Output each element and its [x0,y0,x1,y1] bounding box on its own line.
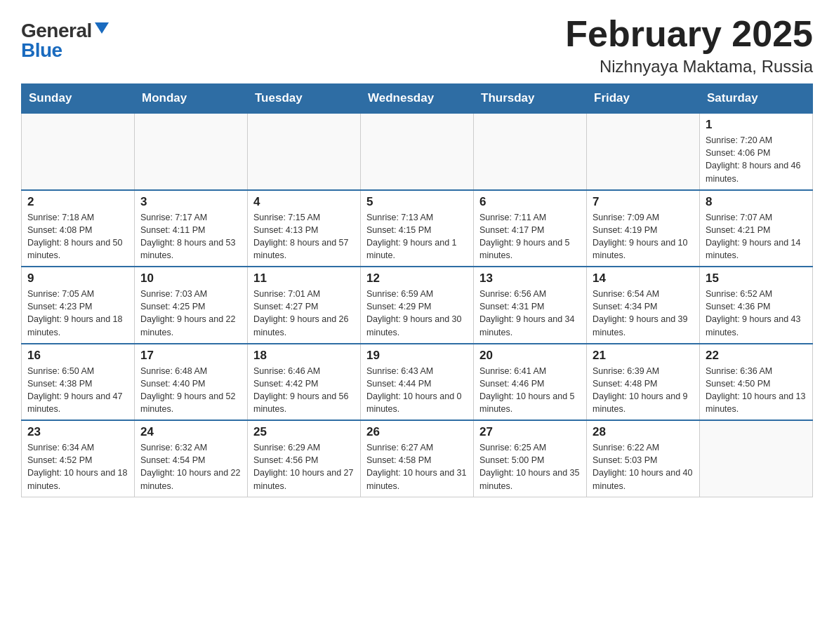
calendar-cell: 24Sunrise: 6:32 AM Sunset: 4:54 PM Dayli… [135,420,248,497]
day-number: 19 [366,349,468,363]
day-info: Sunrise: 7:09 AM Sunset: 4:19 PM Dayligh… [593,211,694,262]
day-number: 13 [479,271,581,286]
day-info: Sunrise: 7:20 AM Sunset: 4:06 PM Dayligh… [706,134,807,185]
calendar-week-row: 2Sunrise: 7:18 AM Sunset: 4:08 PM Daylig… [22,190,813,267]
day-number: 17 [140,349,241,363]
day-info: Sunrise: 6:50 AM Sunset: 4:38 PM Dayligh… [27,365,128,416]
calendar-cell [361,113,474,190]
day-number: 22 [706,349,807,363]
day-info: Sunrise: 7:05 AM Sunset: 4:23 PM Dayligh… [27,288,128,339]
calendar-cell: 21Sunrise: 6:39 AM Sunset: 4:48 PM Dayli… [587,344,700,421]
calendar-header-thursday: Thursday [474,84,587,114]
calendar-cell: 7Sunrise: 7:09 AM Sunset: 4:19 PM Daylig… [587,190,700,267]
calendar-header-friday: Friday [587,84,700,114]
calendar-cell [135,113,248,190]
calendar-header-wednesday: Wednesday [361,84,474,114]
day-number: 3 [140,195,241,209]
day-number: 7 [593,195,694,209]
day-info: Sunrise: 6:22 AM Sunset: 5:03 PM Dayligh… [593,441,694,492]
calendar-cell [474,113,587,190]
day-number: 15 [706,271,807,286]
day-info: Sunrise: 6:36 AM Sunset: 4:50 PM Dayligh… [706,365,807,416]
calendar-cell [700,420,813,497]
day-info: Sunrise: 7:15 AM Sunset: 4:13 PM Dayligh… [253,211,355,262]
day-info: Sunrise: 6:48 AM Sunset: 4:40 PM Dayligh… [140,365,241,416]
day-number: 20 [479,349,581,363]
day-info: Sunrise: 7:18 AM Sunset: 4:08 PM Dayligh… [27,211,128,262]
calendar-header-monday: Monday [135,84,248,114]
calendar-cell: 25Sunrise: 6:29 AM Sunset: 4:56 PM Dayli… [248,420,361,497]
calendar-header-tuesday: Tuesday [248,84,361,114]
day-number: 24 [140,425,241,439]
day-info: Sunrise: 6:25 AM Sunset: 5:00 PM Dayligh… [479,441,581,492]
day-info: Sunrise: 6:27 AM Sunset: 4:58 PM Dayligh… [366,441,468,492]
day-number: 6 [479,195,581,209]
calendar-header-sunday: Sunday [22,84,135,114]
calendar-week-row: 23Sunrise: 6:34 AM Sunset: 4:52 PM Dayli… [22,420,813,497]
calendar-cell: 18Sunrise: 6:46 AM Sunset: 4:42 PM Dayli… [248,344,361,421]
day-number: 14 [593,271,694,286]
day-info: Sunrise: 6:32 AM Sunset: 4:54 PM Dayligh… [140,441,241,492]
day-number: 8 [706,195,807,209]
day-info: Sunrise: 6:54 AM Sunset: 4:34 PM Dayligh… [593,288,694,339]
day-info: Sunrise: 6:41 AM Sunset: 4:46 PM Dayligh… [479,365,581,416]
day-info: Sunrise: 6:46 AM Sunset: 4:42 PM Dayligh… [253,365,355,416]
calendar-week-row: 1Sunrise: 7:20 AM Sunset: 4:06 PM Daylig… [22,113,813,190]
day-number: 5 [366,195,468,209]
day-number: 23 [27,425,128,439]
calendar-header-row: SundayMondayTuesdayWednesdayThursdayFrid… [22,84,813,114]
calendar-cell: 10Sunrise: 7:03 AM Sunset: 4:25 PM Dayli… [135,267,248,344]
calendar-cell: 20Sunrise: 6:41 AM Sunset: 4:46 PM Dayli… [474,344,587,421]
calendar-cell: 4Sunrise: 7:15 AM Sunset: 4:13 PM Daylig… [248,190,361,267]
day-number: 18 [253,349,355,363]
calendar-table: SundayMondayTuesdayWednesdayThursdayFrid… [21,83,813,497]
day-info: Sunrise: 7:17 AM Sunset: 4:11 PM Dayligh… [140,211,241,262]
calendar-header-saturday: Saturday [700,84,813,114]
calendar-cell: 14Sunrise: 6:54 AM Sunset: 4:34 PM Dayli… [587,267,700,344]
day-number: 12 [366,271,468,286]
calendar-cell [22,113,135,190]
day-info: Sunrise: 6:52 AM Sunset: 4:36 PM Dayligh… [706,288,807,339]
calendar-cell: 23Sunrise: 6:34 AM Sunset: 4:52 PM Dayli… [22,420,135,497]
calendar-cell: 15Sunrise: 6:52 AM Sunset: 4:36 PM Dayli… [700,267,813,344]
calendar-cell: 8Sunrise: 7:07 AM Sunset: 4:21 PM Daylig… [700,190,813,267]
calendar-cell [587,113,700,190]
calendar-cell: 13Sunrise: 6:56 AM Sunset: 4:31 PM Dayli… [474,267,587,344]
day-info: Sunrise: 7:07 AM Sunset: 4:21 PM Dayligh… [706,211,807,262]
day-number: 16 [27,349,128,363]
day-number: 26 [366,425,468,439]
calendar-cell: 17Sunrise: 6:48 AM Sunset: 4:40 PM Dayli… [135,344,248,421]
day-info: Sunrise: 6:56 AM Sunset: 4:31 PM Dayligh… [479,288,581,339]
day-number: 27 [479,425,581,439]
day-info: Sunrise: 6:43 AM Sunset: 4:44 PM Dayligh… [366,365,468,416]
calendar-cell: 19Sunrise: 6:43 AM Sunset: 4:44 PM Dayli… [361,344,474,421]
day-number: 2 [27,195,128,209]
calendar-cell: 16Sunrise: 6:50 AM Sunset: 4:38 PM Dayli… [22,344,135,421]
calendar-cell [248,113,361,190]
title-section: February 2025 Nizhnyaya Maktama, Russia [565,14,813,76]
calendar-cell: 27Sunrise: 6:25 AM Sunset: 5:00 PM Dayli… [474,420,587,497]
day-number: 25 [253,425,355,439]
day-info: Sunrise: 6:34 AM Sunset: 4:52 PM Dayligh… [27,441,128,492]
day-number: 10 [140,271,241,286]
logo: General Blue [21,21,109,60]
day-number: 9 [27,271,128,286]
day-info: Sunrise: 7:03 AM Sunset: 4:25 PM Dayligh… [140,288,241,339]
calendar-cell: 9Sunrise: 7:05 AM Sunset: 4:23 PM Daylig… [22,267,135,344]
logo-general-text: General [21,21,92,41]
calendar-cell: 2Sunrise: 7:18 AM Sunset: 4:08 PM Daylig… [22,190,135,267]
location-title: Nizhnyaya Maktama, Russia [565,57,813,76]
logo-blue-text: Blue [21,41,62,60]
day-info: Sunrise: 7:11 AM Sunset: 4:17 PM Dayligh… [479,211,581,262]
day-number: 21 [593,349,694,363]
day-info: Sunrise: 7:01 AM Sunset: 4:27 PM Dayligh… [253,288,355,339]
day-number: 1 [706,118,807,132]
calendar-cell: 11Sunrise: 7:01 AM Sunset: 4:27 PM Dayli… [248,267,361,344]
day-info: Sunrise: 6:29 AM Sunset: 4:56 PM Dayligh… [253,441,355,492]
calendar-cell: 6Sunrise: 7:11 AM Sunset: 4:17 PM Daylig… [474,190,587,267]
day-number: 4 [253,195,355,209]
calendar-cell: 5Sunrise: 7:13 AM Sunset: 4:15 PM Daylig… [361,190,474,267]
calendar-cell: 28Sunrise: 6:22 AM Sunset: 5:03 PM Dayli… [587,420,700,497]
calendar-cell: 3Sunrise: 7:17 AM Sunset: 4:11 PM Daylig… [135,190,248,267]
calendar-week-row: 16Sunrise: 6:50 AM Sunset: 4:38 PM Dayli… [22,344,813,421]
